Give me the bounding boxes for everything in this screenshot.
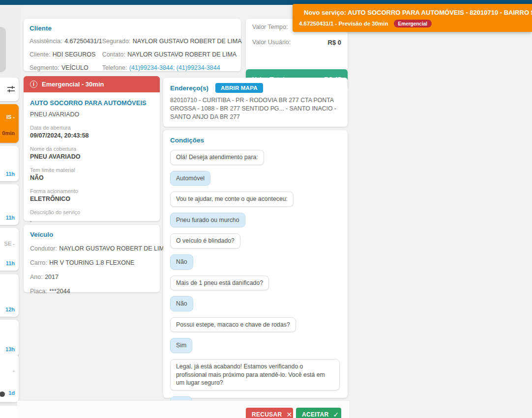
new-service-toast[interactable]: Novo serviço: AUTO SOCORRO PARA AUTOMÓVE…	[293, 4, 532, 32]
service-queue-item[interactable]: 12h	[0, 274, 19, 317]
plate-value: ***2044	[49, 288, 70, 295]
open-map-button[interactable]: ABRIR MAPA	[215, 83, 263, 93]
car-value: HR V TOURING 1.8 FLEXONE	[49, 259, 134, 266]
chat-bot-message: Vou te ajudar, me conte o que aconteceu:	[170, 192, 294, 207]
service-item-title: -	[13, 367, 15, 373]
chat-user-answer: Sim	[170, 338, 192, 353]
open-date-label: Data de abertura	[30, 125, 153, 131]
service-item-age: 13h	[5, 346, 15, 352]
client-label: Cliente:	[30, 51, 50, 58]
user-value-amount: R$ 0	[328, 39, 341, 46]
service-item-title: IS -	[6, 114, 15, 120]
coverage-name-value: PNEU AVARIADO	[30, 153, 153, 160]
activation-form-label: Forma acionamento	[30, 188, 153, 194]
service-queue-item[interactable]: - 1d	[0, 355, 19, 402]
conditions-card-title: Condições	[170, 137, 341, 144]
material-limit-value: NÃO	[30, 174, 153, 181]
info-icon: i	[30, 81, 37, 88]
service-item-age: 11h	[6, 171, 15, 177]
client-card: Cliente Assistência: 4.67250431/1 Client…	[24, 19, 241, 71]
emergency-header-label: Emergencial - 30min	[42, 81, 104, 88]
chat-bot-message: Legal, já está acabando! Estamos verific…	[170, 359, 340, 390]
chat-bot-message: O veículo é blindado?	[170, 233, 240, 249]
chat-user-answer: Não	[170, 254, 193, 270]
service-item-age: 1d	[8, 390, 15, 396]
service-detail-card: i Emergencial - 30min AUTO SOCORRO PARA …	[24, 76, 160, 221]
assistance-label: Assistência:	[30, 38, 62, 45]
accept-button-label: ACEITAR	[302, 411, 329, 418]
chat-bot-message: Olá! Deseja atendimento para:	[170, 150, 264, 165]
contact-value: NAYLOR GUSTAVO ROBERT DE LIMA	[127, 51, 236, 58]
year-label: Ano:	[30, 274, 43, 280]
emergency-header: i Emergencial - 30min	[24, 76, 160, 92]
segment-label: Segmento:	[30, 64, 59, 71]
driver-label: Condutor:	[30, 245, 57, 252]
chat-bot-message: Possui estepe, macaco e chave de rodas?	[170, 317, 296, 333]
service-queue-item[interactable]: 11h	[0, 184, 19, 225]
material-limit-label: Tem limite material	[30, 167, 153, 173]
chat-user-answer: Não	[170, 296, 193, 311]
activation-form-value: ELETRÔNICO	[30, 195, 153, 202]
phone-link[interactable]: (41)99234-3844; (41)99234-3844	[129, 64, 220, 71]
plate-label: Placa:	[30, 288, 47, 295]
phone-label: Telefone:	[102, 64, 127, 71]
action-footer: RECUSAR ✕ ACEITAR ✓	[17, 400, 349, 418]
service-queue-item[interactable]: 13h	[0, 320, 19, 357]
service-queue-item[interactable]: SE - 11h	[0, 228, 19, 271]
service-item-age: 11h	[6, 260, 15, 266]
chat-user-answer: Automóvel	[170, 171, 210, 186]
reject-button[interactable]: RECUSAR ✕	[246, 408, 293, 418]
service-item-eta: 0min	[2, 130, 15, 136]
vehicle-card-title: Veículo	[30, 231, 153, 238]
client-card-title: Cliente	[30, 25, 235, 32]
service-subtitle: PNEU AVARIADO	[30, 111, 153, 118]
coverage-name-label: Nome da cobertura	[30, 146, 153, 152]
emergency-badge: Emergencial	[394, 20, 432, 28]
scrollbar-thumb[interactable]	[0, 27, 6, 72]
service-queue-item[interactable]: 11h	[0, 146, 19, 181]
service-item-age: 11h	[6, 215, 15, 221]
filter-button[interactable]	[0, 78, 19, 101]
reject-button-label: RECUSAR	[252, 411, 282, 418]
open-date-value: 09/07/2024, 20:43:58	[30, 132, 153, 139]
accept-button[interactable]: ACEITAR ✓	[296, 408, 341, 418]
insured-label: Segurado:	[102, 38, 131, 45]
car-label: Carro:	[30, 259, 47, 266]
chat-bot-message: Mais de 1 pneu está danificado?	[170, 276, 269, 291]
sliders-icon	[7, 85, 15, 93]
description-value: .	[30, 217, 153, 223]
conditions-card: Condições Olá! Deseja atendimento para: …	[163, 130, 348, 398]
description-label: Descrição do serviço	[30, 209, 153, 215]
contact-label: Contato:	[102, 51, 125, 58]
service-queue-sidebar: IS - 0min 11h 11h SE - 11h 12h 13h - 1d	[0, 5, 20, 418]
service-queue-item-active[interactable]: IS - 0min	[0, 104, 19, 143]
service-title: AUTO SOCORRO PARA AUTOMÓVEIS	[30, 99, 153, 107]
toast-subtitle: 4.67250431/1 - Previsão de 30min	[299, 21, 388, 27]
service-item-age: 12h	[5, 307, 15, 312]
check-icon: ✓	[333, 411, 339, 418]
user-value-label: Valor Usuário:	[252, 39, 291, 46]
insured-value: NAYLOR GUSTAVO ROBERT DE LIMA	[133, 38, 242, 45]
time-value-label: Valor Tempo:	[252, 24, 288, 30]
address-card: Endereço(s) ABRIR MAPA 82010710 - CURITI…	[163, 78, 348, 127]
driver-value: NAYLOR GUSTAVO ROBERT DE LIMA	[59, 245, 168, 252]
address-text: 82010710 - CURITIBA - PR - RODOVIA BR 27…	[170, 96, 341, 121]
status-dot-icon	[0, 391, 5, 397]
chat-user-answer: Pneu furado ou murcho	[170, 213, 245, 228]
year-value: 2017	[45, 274, 59, 280]
toast-title: Novo serviço: AUTO SOCORRO PARA AUTOMÓVE…	[304, 9, 532, 16]
segment-value: VEÍCULO	[61, 64, 89, 71]
service-queue-item[interactable]	[0, 406, 19, 418]
close-icon: ✕	[286, 411, 292, 418]
vehicle-card: Veículo Condutor: NAYLOR GUSTAVO ROBERT …	[24, 225, 160, 292]
assistance-value: 4.67250431/1	[64, 38, 102, 45]
client-value: HDI SEGUROS	[53, 51, 96, 58]
address-card-title: Endereço(s)	[170, 84, 208, 92]
service-item-title: SE -	[4, 241, 15, 247]
